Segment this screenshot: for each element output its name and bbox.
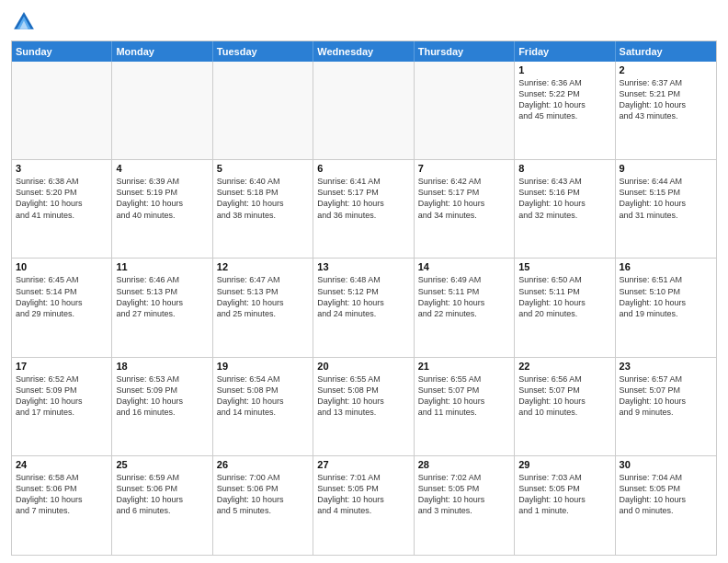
page: SundayMondayTuesdayWednesdayThursdayFrid… xyxy=(0,0,728,563)
calendar-row: 10Sunrise: 6:45 AM Sunset: 5:14 PM Dayli… xyxy=(12,259,716,357)
day-info: Sunrise: 7:04 AM Sunset: 5:05 PM Dayligh… xyxy=(620,472,712,517)
day-number: 24 xyxy=(16,459,108,470)
day-number: 29 xyxy=(518,459,610,470)
weekday-header: Monday xyxy=(112,41,212,62)
day-number: 14 xyxy=(418,261,510,272)
day-number: 27 xyxy=(317,459,409,470)
day-number: 19 xyxy=(217,361,309,372)
calendar-cell: 28Sunrise: 7:02 AM Sunset: 5:05 PM Dayli… xyxy=(415,456,515,555)
calendar-row: 24Sunrise: 6:58 AM Sunset: 5:06 PM Dayli… xyxy=(12,456,716,555)
calendar-cell: 13Sunrise: 6:48 AM Sunset: 5:12 PM Dayli… xyxy=(313,259,414,356)
day-number: 3 xyxy=(16,163,108,174)
header xyxy=(11,9,717,35)
day-info: Sunrise: 6:42 AM Sunset: 5:17 PM Dayligh… xyxy=(418,176,510,221)
day-info: Sunrise: 6:41 AM Sunset: 5:17 PM Dayligh… xyxy=(317,176,409,221)
calendar-cell: 25Sunrise: 6:59 AM Sunset: 5:06 PM Dayli… xyxy=(112,456,212,555)
day-info: Sunrise: 6:53 AM Sunset: 5:09 PM Dayligh… xyxy=(116,373,208,419)
weekday-header: Thursday xyxy=(415,41,515,62)
day-info: Sunrise: 6:57 AM Sunset: 5:07 PM Dayligh… xyxy=(620,373,712,419)
day-info: Sunrise: 6:48 AM Sunset: 5:12 PM Dayligh… xyxy=(317,274,409,319)
logo xyxy=(11,9,40,35)
day-info: Sunrise: 6:38 AM Sunset: 5:20 PM Dayligh… xyxy=(16,176,108,221)
day-number: 12 xyxy=(217,261,309,272)
calendar-cell: 24Sunrise: 6:58 AM Sunset: 5:06 PM Dayli… xyxy=(12,456,112,555)
day-number: 21 xyxy=(418,361,510,372)
day-info: Sunrise: 6:36 AM Sunset: 5:22 PM Dayligh… xyxy=(518,77,610,122)
day-info: Sunrise: 6:44 AM Sunset: 5:15 PM Dayligh… xyxy=(620,176,712,221)
calendar-cell: 23Sunrise: 6:57 AM Sunset: 5:07 PM Dayli… xyxy=(616,358,716,455)
calendar-cell: 7Sunrise: 6:42 AM Sunset: 5:17 PM Daylig… xyxy=(415,160,515,258)
calendar-cell: 9Sunrise: 6:44 AM Sunset: 5:15 PM Daylig… xyxy=(616,160,716,258)
day-info: Sunrise: 6:40 AM Sunset: 5:18 PM Dayligh… xyxy=(217,176,309,221)
day-info: Sunrise: 7:01 AM Sunset: 5:05 PM Dayligh… xyxy=(317,472,409,517)
calendar-cell: 6Sunrise: 6:41 AM Sunset: 5:17 PM Daylig… xyxy=(313,160,414,258)
day-number: 20 xyxy=(317,361,409,372)
logo-icon xyxy=(11,9,37,35)
calendar-cell: 11Sunrise: 6:46 AM Sunset: 5:13 PM Dayli… xyxy=(112,259,212,356)
calendar-cell: 14Sunrise: 6:49 AM Sunset: 5:11 PM Dayli… xyxy=(415,259,515,356)
calendar-cell: 20Sunrise: 6:55 AM Sunset: 5:08 PM Dayli… xyxy=(313,358,414,455)
day-number: 22 xyxy=(518,361,610,372)
calendar-cell: 2Sunrise: 6:37 AM Sunset: 5:21 PM Daylig… xyxy=(616,62,716,159)
day-number: 13 xyxy=(317,261,409,272)
day-info: Sunrise: 6:52 AM Sunset: 5:09 PM Dayligh… xyxy=(16,373,108,419)
calendar-cell: 17Sunrise: 6:52 AM Sunset: 5:09 PM Dayli… xyxy=(12,358,112,455)
calendar-cell xyxy=(213,62,313,159)
day-number: 8 xyxy=(518,163,610,174)
day-info: Sunrise: 6:39 AM Sunset: 5:19 PM Dayligh… xyxy=(116,176,208,221)
day-number: 30 xyxy=(620,459,712,470)
day-number: 9 xyxy=(620,163,712,174)
weekday-header: Sunday xyxy=(12,41,112,62)
weekday-header: Friday xyxy=(515,41,615,62)
calendar-cell xyxy=(415,62,515,159)
calendar-cell: 16Sunrise: 6:51 AM Sunset: 5:10 PM Dayli… xyxy=(616,259,716,356)
day-number: 2 xyxy=(620,64,712,75)
day-number: 6 xyxy=(317,163,409,174)
day-number: 26 xyxy=(217,459,309,470)
weekday-header: Saturday xyxy=(616,41,716,62)
calendar-cell: 29Sunrise: 7:03 AM Sunset: 5:05 PM Dayli… xyxy=(515,456,615,555)
day-info: Sunrise: 6:50 AM Sunset: 5:11 PM Dayligh… xyxy=(518,274,610,319)
day-number: 1 xyxy=(518,64,610,75)
calendar-cell xyxy=(12,62,112,159)
day-info: Sunrise: 6:55 AM Sunset: 5:08 PM Dayligh… xyxy=(317,373,409,419)
day-info: Sunrise: 6:45 AM Sunset: 5:14 PM Dayligh… xyxy=(16,274,108,319)
weekday-header: Tuesday xyxy=(213,41,313,62)
calendar-cell: 21Sunrise: 6:55 AM Sunset: 5:07 PM Dayli… xyxy=(415,358,515,455)
day-number: 18 xyxy=(116,361,208,372)
day-info: Sunrise: 7:03 AM Sunset: 5:05 PM Dayligh… xyxy=(518,472,610,517)
calendar-cell: 22Sunrise: 6:56 AM Sunset: 5:07 PM Dayli… xyxy=(515,358,615,455)
calendar-cell: 8Sunrise: 6:43 AM Sunset: 5:16 PM Daylig… xyxy=(515,160,615,258)
day-info: Sunrise: 7:00 AM Sunset: 5:06 PM Dayligh… xyxy=(217,472,309,517)
day-number: 16 xyxy=(620,261,712,272)
day-info: Sunrise: 6:54 AM Sunset: 5:08 PM Dayligh… xyxy=(217,373,309,419)
day-info: Sunrise: 6:37 AM Sunset: 5:21 PM Dayligh… xyxy=(620,77,712,122)
day-info: Sunrise: 6:47 AM Sunset: 5:13 PM Dayligh… xyxy=(217,274,309,319)
day-number: 25 xyxy=(116,459,208,470)
day-number: 17 xyxy=(16,361,108,372)
day-info: Sunrise: 7:02 AM Sunset: 5:05 PM Dayligh… xyxy=(418,472,510,517)
calendar: SundayMondayTuesdayWednesdayThursdayFrid… xyxy=(11,40,717,556)
day-number: 4 xyxy=(116,163,208,174)
calendar-row: 17Sunrise: 6:52 AM Sunset: 5:09 PM Dayli… xyxy=(12,358,716,456)
calendar-cell: 19Sunrise: 6:54 AM Sunset: 5:08 PM Dayli… xyxy=(213,358,313,455)
calendar-cell: 1Sunrise: 6:36 AM Sunset: 5:22 PM Daylig… xyxy=(515,62,615,159)
calendar-cell: 26Sunrise: 7:00 AM Sunset: 5:06 PM Dayli… xyxy=(213,456,313,555)
day-number: 10 xyxy=(16,261,108,272)
calendar-cell xyxy=(112,62,212,159)
calendar-cell: 10Sunrise: 6:45 AM Sunset: 5:14 PM Dayli… xyxy=(12,259,112,356)
calendar-cell xyxy=(313,62,414,159)
day-info: Sunrise: 6:49 AM Sunset: 5:11 PM Dayligh… xyxy=(418,274,510,319)
calendar-cell: 3Sunrise: 6:38 AM Sunset: 5:20 PM Daylig… xyxy=(12,160,112,258)
calendar-cell: 4Sunrise: 6:39 AM Sunset: 5:19 PM Daylig… xyxy=(112,160,212,258)
calendar-body: 1Sunrise: 6:36 AM Sunset: 5:22 PM Daylig… xyxy=(12,62,716,555)
calendar-cell: 5Sunrise: 6:40 AM Sunset: 5:18 PM Daylig… xyxy=(213,160,313,258)
calendar-cell: 27Sunrise: 7:01 AM Sunset: 5:05 PM Dayli… xyxy=(313,456,414,555)
day-info: Sunrise: 6:43 AM Sunset: 5:16 PM Dayligh… xyxy=(518,176,610,221)
day-info: Sunrise: 6:58 AM Sunset: 5:06 PM Dayligh… xyxy=(16,472,108,517)
day-number: 7 xyxy=(418,163,510,174)
calendar-row: 1Sunrise: 6:36 AM Sunset: 5:22 PM Daylig… xyxy=(12,62,716,160)
calendar-cell: 18Sunrise: 6:53 AM Sunset: 5:09 PM Dayli… xyxy=(112,358,212,455)
day-number: 23 xyxy=(620,361,712,372)
calendar-cell: 12Sunrise: 6:47 AM Sunset: 5:13 PM Dayli… xyxy=(213,259,313,356)
